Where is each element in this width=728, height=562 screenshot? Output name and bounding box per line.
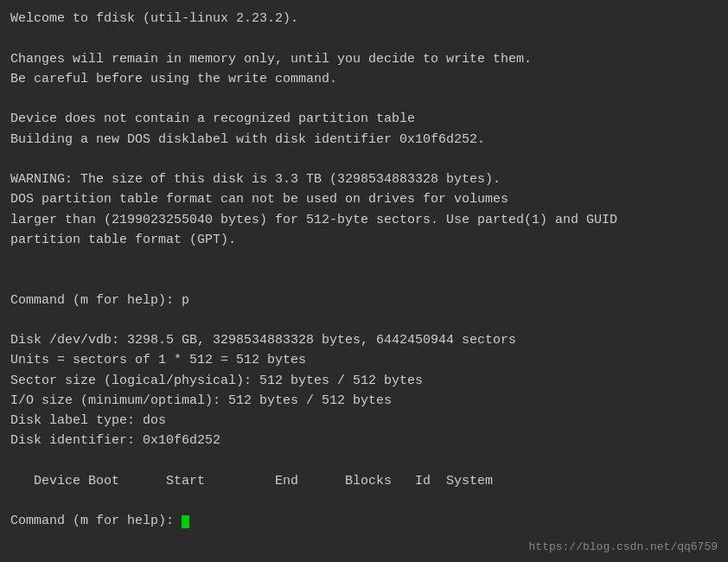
terminal-line: Sector size (logical/physical): 512 byte… — [10, 371, 718, 391]
terminal-line: DOS partition table format can not be us… — [10, 189, 718, 209]
terminal-line: larger than (2199023255040 bytes) for 51… — [10, 210, 718, 230]
terminal-line: Welcome to fdisk (util-linux 2.23.2). — [10, 9, 718, 29]
terminal-line: partition table format (GPT). — [10, 230, 718, 250]
terminal-line — [10, 270, 718, 290]
terminal-line — [10, 491, 718, 511]
terminal-line: Disk identifier: 0x10f6d252 — [10, 431, 718, 450]
terminal-line: Building a new DOS disklabel with disk i… — [10, 130, 718, 150]
terminal-line: I/O size (minimum/optimal): 512 bytes / … — [10, 391, 718, 411]
terminal-line — [10, 451, 718, 471]
terminal-line: Command (m for help): p — [10, 291, 718, 310]
cursor-blink — [182, 515, 189, 528]
terminal-line — [10, 310, 718, 330]
terminal-line: Device does not contain a recognized par… — [10, 109, 718, 129]
terminal-line: Be careful before using the write comman… — [10, 69, 718, 89]
terminal-line: Disk /dev/vdb: 3298.5 GB, 3298534883328 … — [10, 330, 718, 350]
terminal-output: Welcome to fdisk (util-linux 2.23.2). Ch… — [10, 9, 718, 532]
terminal-line: WARNING: The size of this disk is 3.3 TB… — [10, 169, 718, 189]
terminal-line — [10, 89, 718, 109]
terminal-line: Units = sectors of 1 * 512 = 512 bytes — [10, 350, 718, 370]
terminal-line: Command (m for help): — [10, 511, 718, 531]
terminal-line: Disk label type: dos — [10, 411, 718, 431]
terminal-window: Welcome to fdisk (util-linux 2.23.2). Ch… — [0, 0, 728, 562]
terminal-line — [10, 150, 718, 169]
terminal-line: Changes will remain in memory only, unti… — [10, 49, 718, 69]
terminal-line: Device Boot Start End Blocks Id System — [10, 471, 718, 491]
terminal-line — [10, 29, 718, 48]
watermark: https://blog.csdn.net/qq6759 — [529, 540, 718, 553]
terminal-line — [10, 250, 718, 270]
